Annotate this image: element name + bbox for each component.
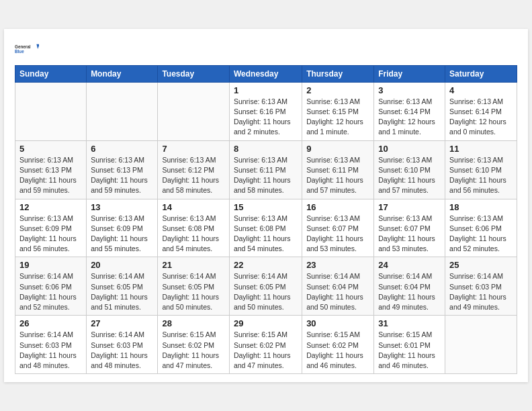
day-info: Sunrise: 6:15 AMSunset: 6:02 PMDaylight:… xyxy=(306,330,369,371)
calendar-cell: 8Sunrise: 6:13 AMSunset: 6:11 PMDaylight… xyxy=(229,140,302,199)
day-info: Sunrise: 6:13 AMSunset: 6:06 PMDaylight:… xyxy=(449,214,513,255)
day-info: Sunrise: 6:13 AMSunset: 6:11 PMDaylight:… xyxy=(234,155,298,196)
day-number: 12 xyxy=(19,202,82,212)
calendar-cell: 15Sunrise: 6:13 AMSunset: 6:08 PMDayligh… xyxy=(229,199,302,257)
calendar-cell xyxy=(158,82,230,140)
calendar-cell: 30Sunrise: 6:15 AMSunset: 6:02 PMDayligh… xyxy=(302,316,374,374)
day-number: 22 xyxy=(234,260,298,270)
calendar-body: 1Sunrise: 6:13 AMSunset: 6:16 PMDaylight… xyxy=(15,82,517,373)
weekday-tuesday: Tuesday xyxy=(158,65,230,82)
day-number: 13 xyxy=(91,202,153,212)
day-info: Sunrise: 6:13 AMSunset: 6:09 PMDaylight:… xyxy=(91,214,153,255)
day-info: Sunrise: 6:13 AMSunset: 6:08 PMDaylight:… xyxy=(162,214,225,255)
day-info: Sunrise: 6:13 AMSunset: 6:09 PMDaylight:… xyxy=(19,214,82,255)
day-info: Sunrise: 6:13 AMSunset: 6:07 PMDaylight:… xyxy=(378,214,441,255)
calendar-cell: 28Sunrise: 6:15 AMSunset: 6:02 PMDayligh… xyxy=(158,316,230,374)
calendar-cell: 11Sunrise: 6:13 AMSunset: 6:10 PMDayligh… xyxy=(445,140,517,199)
day-number: 26 xyxy=(19,318,82,328)
day-info: Sunrise: 6:13 AMSunset: 6:11 PMDaylight:… xyxy=(306,155,369,196)
header: General Blue xyxy=(15,37,517,61)
day-info: Sunrise: 6:13 AMSunset: 6:15 PMDaylight:… xyxy=(306,97,369,138)
day-info: Sunrise: 6:13 AMSunset: 6:12 PMDaylight:… xyxy=(162,155,225,196)
week-row-2: 5Sunrise: 6:13 AMSunset: 6:13 PMDaylight… xyxy=(15,140,517,199)
week-row-4: 19Sunrise: 6:14 AMSunset: 6:06 PMDayligh… xyxy=(15,257,517,316)
week-row-3: 12Sunrise: 6:13 AMSunset: 6:09 PMDayligh… xyxy=(15,199,517,257)
svg-text:General: General xyxy=(15,44,31,49)
weekday-monday: Monday xyxy=(87,65,158,82)
calendar-cell: 3Sunrise: 6:13 AMSunset: 6:14 PMDaylight… xyxy=(374,82,445,140)
calendar-cell: 12Sunrise: 6:13 AMSunset: 6:09 PMDayligh… xyxy=(15,199,87,257)
week-row-5: 26Sunrise: 6:14 AMSunset: 6:03 PMDayligh… xyxy=(15,316,517,374)
calendar-cell: 18Sunrise: 6:13 AMSunset: 6:06 PMDayligh… xyxy=(445,199,517,257)
calendar-cell: 5Sunrise: 6:13 AMSunset: 6:13 PMDaylight… xyxy=(15,140,87,199)
day-info: Sunrise: 6:14 AMSunset: 6:05 PMDaylight:… xyxy=(234,271,298,312)
day-number: 19 xyxy=(19,260,82,270)
calendar-cell: 17Sunrise: 6:13 AMSunset: 6:07 PMDayligh… xyxy=(374,199,445,257)
day-info: Sunrise: 6:14 AMSunset: 6:06 PMDaylight:… xyxy=(19,271,82,312)
day-info: Sunrise: 6:14 AMSunset: 6:04 PMDaylight:… xyxy=(378,271,441,312)
day-number: 31 xyxy=(378,318,441,328)
calendar-cell: 9Sunrise: 6:13 AMSunset: 6:11 PMDaylight… xyxy=(302,140,374,199)
day-info: Sunrise: 6:14 AMSunset: 6:04 PMDaylight:… xyxy=(306,271,369,312)
day-info: Sunrise: 6:13 AMSunset: 6:07 PMDaylight:… xyxy=(306,214,369,255)
calendar-cell: 6Sunrise: 6:13 AMSunset: 6:13 PMDaylight… xyxy=(87,140,158,199)
day-number: 6 xyxy=(91,144,153,154)
day-number: 27 xyxy=(91,318,153,328)
day-number: 14 xyxy=(162,202,225,212)
calendar-cell xyxy=(15,82,87,140)
day-info: Sunrise: 6:13 AMSunset: 6:13 PMDaylight:… xyxy=(19,155,82,196)
day-info: Sunrise: 6:15 AMSunset: 6:02 PMDaylight:… xyxy=(162,330,225,371)
calendar-cell: 31Sunrise: 6:15 AMSunset: 6:01 PMDayligh… xyxy=(374,316,445,374)
calendar-cell: 22Sunrise: 6:14 AMSunset: 6:05 PMDayligh… xyxy=(229,257,302,316)
calendar-cell: 14Sunrise: 6:13 AMSunset: 6:08 PMDayligh… xyxy=(158,199,230,257)
day-number: 16 xyxy=(306,202,369,212)
day-number: 2 xyxy=(306,85,369,95)
weekday-wednesday: Wednesday xyxy=(229,65,302,82)
day-number: 11 xyxy=(449,144,513,154)
day-number: 1 xyxy=(234,85,298,95)
calendar-cell: 16Sunrise: 6:13 AMSunset: 6:07 PMDayligh… xyxy=(302,199,374,257)
day-info: Sunrise: 6:13 AMSunset: 6:14 PMDaylight:… xyxy=(449,97,513,138)
day-number: 8 xyxy=(234,144,298,154)
day-info: Sunrise: 6:13 AMSunset: 6:13 PMDaylight:… xyxy=(91,155,153,196)
calendar-cell: 29Sunrise: 6:15 AMSunset: 6:02 PMDayligh… xyxy=(229,316,302,374)
day-number: 5 xyxy=(19,144,82,154)
day-number: 24 xyxy=(378,260,441,270)
day-number: 20 xyxy=(91,260,153,270)
day-number: 4 xyxy=(449,85,513,95)
day-info: Sunrise: 6:14 AMSunset: 6:03 PMDaylight:… xyxy=(19,330,82,371)
day-info: Sunrise: 6:13 AMSunset: 6:08 PMDaylight:… xyxy=(234,214,298,255)
calendar-table: SundayMondayTuesdayWednesdayThursdayFrid… xyxy=(15,65,517,374)
calendar-cell xyxy=(87,82,158,140)
weekday-row: SundayMondayTuesdayWednesdayThursdayFrid… xyxy=(15,65,517,82)
day-number: 30 xyxy=(306,318,369,328)
day-number: 28 xyxy=(162,318,225,328)
calendar-cell: 10Sunrise: 6:13 AMSunset: 6:10 PMDayligh… xyxy=(374,140,445,199)
calendar-container: General Blue SundayMondayTuesdayWednesda… xyxy=(4,29,528,382)
day-info: Sunrise: 6:15 AMSunset: 6:02 PMDaylight:… xyxy=(234,330,298,371)
weekday-sunday: Sunday xyxy=(15,65,87,82)
week-row-1: 1Sunrise: 6:13 AMSunset: 6:16 PMDaylight… xyxy=(15,82,517,140)
calendar-cell: 25Sunrise: 6:14 AMSunset: 6:03 PMDayligh… xyxy=(445,257,517,316)
calendar-cell: 27Sunrise: 6:14 AMSunset: 6:03 PMDayligh… xyxy=(87,316,158,374)
day-info: Sunrise: 6:13 AMSunset: 6:16 PMDaylight:… xyxy=(234,97,298,138)
day-number: 29 xyxy=(234,318,298,328)
calendar-cell: 13Sunrise: 6:13 AMSunset: 6:09 PMDayligh… xyxy=(87,199,158,257)
day-number: 9 xyxy=(306,144,369,154)
weekday-thursday: Thursday xyxy=(302,65,374,82)
calendar-cell: 1Sunrise: 6:13 AMSunset: 6:16 PMDaylight… xyxy=(229,82,302,140)
calendar-cell: 23Sunrise: 6:14 AMSunset: 6:04 PMDayligh… xyxy=(302,257,374,316)
day-number: 25 xyxy=(449,260,513,270)
day-number: 18 xyxy=(449,202,513,212)
day-number: 7 xyxy=(162,144,225,154)
day-info: Sunrise: 6:14 AMSunset: 6:05 PMDaylight:… xyxy=(162,271,225,312)
weekday-friday: Friday xyxy=(374,65,445,82)
day-number: 3 xyxy=(378,85,441,95)
day-info: Sunrise: 6:15 AMSunset: 6:01 PMDaylight:… xyxy=(378,330,441,371)
day-number: 21 xyxy=(162,260,225,270)
day-info: Sunrise: 6:14 AMSunset: 6:03 PMDaylight:… xyxy=(91,330,153,371)
day-info: Sunrise: 6:14 AMSunset: 6:05 PMDaylight:… xyxy=(91,271,153,312)
svg-marker-2 xyxy=(36,44,39,49)
calendar-cell: 2Sunrise: 6:13 AMSunset: 6:15 PMDaylight… xyxy=(302,82,374,140)
calendar-cell: 20Sunrise: 6:14 AMSunset: 6:05 PMDayligh… xyxy=(87,257,158,316)
